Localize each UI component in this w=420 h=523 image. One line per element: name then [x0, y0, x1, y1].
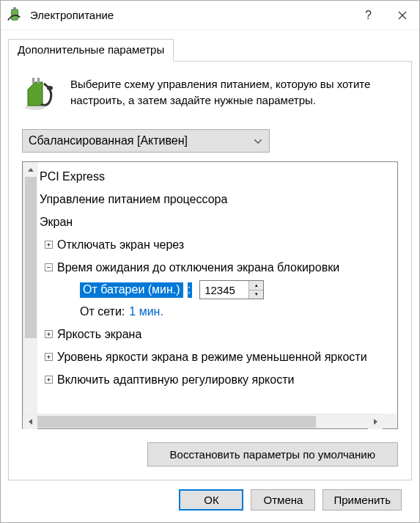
tab-additional-settings[interactable]: Дополнительные параметры	[8, 39, 174, 62]
tab-strip: Дополнительные параметры	[8, 39, 412, 62]
horizontal-scroll-thumb[interactable]	[37, 416, 316, 428]
intro-row: Выберите схему управления питанием, кото…	[22, 76, 398, 114]
node-brightness[interactable]: Яркость экрана	[57, 328, 141, 341]
battery-label-selected[interactable]: От батареи (мин.)	[80, 282, 183, 298]
ok-button[interactable]: ОК	[179, 489, 243, 511]
battery-value-input[interactable]	[200, 281, 248, 299]
power-scheme-dropdown[interactable]: Сбалансированная [Активен]	[22, 129, 270, 153]
scroll-up-button[interactable]	[23, 162, 38, 177]
cancel-button[interactable]: Отмена	[251, 489, 315, 511]
settings-tree-container: + PCI Express + Управление питанием проц…	[22, 161, 398, 429]
title-buttons: ?	[352, 1, 419, 29]
expand-icon[interactable]: +	[45, 330, 53, 338]
svg-point-6	[47, 86, 53, 90]
tab-host: Дополнительные параметры Выбе	[8, 39, 412, 480]
svg-rect-5	[37, 78, 40, 84]
node-turn-off-after[interactable]: Отключать экран через	[57, 238, 184, 252]
scheme-value: Сбалансированная [Активен]	[29, 134, 188, 147]
help-button[interactable]: ?	[352, 1, 386, 29]
hbar-track[interactable]	[37, 414, 368, 429]
expand-icon[interactable]: +	[45, 353, 53, 361]
node-pci-express[interactable]: PCI Express	[40, 170, 105, 183]
restore-defaults-button[interactable]: Восстановить параметры по умолчанию	[147, 442, 398, 467]
apply-button[interactable]: Применить	[323, 489, 402, 511]
node-cpu-power[interactable]: Управление питанием процессора	[40, 193, 227, 206]
scrollbar-corner	[383, 414, 397, 428]
node-adaptive-brightness[interactable]: Включить адаптивную регулировку яркости	[57, 373, 294, 387]
intro-text: Выберите схему управления питанием, кото…	[70, 76, 398, 114]
title-bar[interactable]: Электропитание ?	[1, 1, 419, 30]
svg-rect-1	[13, 7, 16, 10]
restore-row: Восстановить параметры по умолчанию	[22, 442, 398, 467]
vertical-scrollbar[interactable]	[23, 162, 37, 428]
sel-colon: :	[188, 282, 192, 298]
dialog-window: Электропитание ? Дополнительные параметр…	[0, 0, 420, 523]
scroll-left-button[interactable]	[23, 414, 37, 429]
spin-up-button[interactable]: ▲	[249, 281, 263, 290]
node-lock-timeout[interactable]: Время ожидания до отключения экрана блок…	[57, 261, 339, 274]
battery-value-spinner: ▲ ▼	[199, 280, 264, 299]
vertical-scroll-thumb[interactable]	[25, 177, 37, 338]
dialog-buttons: ОК Отмена Применить	[8, 480, 412, 521]
node-dim-brightness[interactable]: Уровень яркости экрана в режиме уменьшен…	[57, 351, 367, 364]
horizontal-scrollbar[interactable]	[23, 414, 383, 428]
collapse-icon[interactable]: −	[45, 263, 53, 271]
chevron-down-icon	[254, 136, 262, 145]
spin-down-button[interactable]: ▼	[249, 290, 263, 299]
title-text: Электропитание	[30, 9, 352, 21]
expand-icon[interactable]: +	[45, 241, 53, 249]
tab-page: Выберите схему управления питанием, кото…	[8, 61, 412, 480]
settings-tree[interactable]: + PCI Express + Управление питанием проц…	[23, 162, 383, 414]
client-area: Дополнительные параметры Выбе	[1, 30, 419, 522]
plugged-label[interactable]: От сети:	[80, 305, 125, 318]
close-button[interactable]	[386, 1, 419, 29]
power-plan-icon	[22, 76, 57, 114]
plugged-value[interactable]: 1 мин.	[129, 305, 163, 318]
svg-text:?: ?	[365, 10, 372, 21]
expand-icon[interactable]: +	[45, 376, 53, 384]
scroll-right-button[interactable]	[368, 414, 383, 429]
app-icon	[7, 7, 24, 24]
svg-rect-4	[32, 78, 34, 84]
node-screen[interactable]: Экран	[40, 216, 73, 229]
